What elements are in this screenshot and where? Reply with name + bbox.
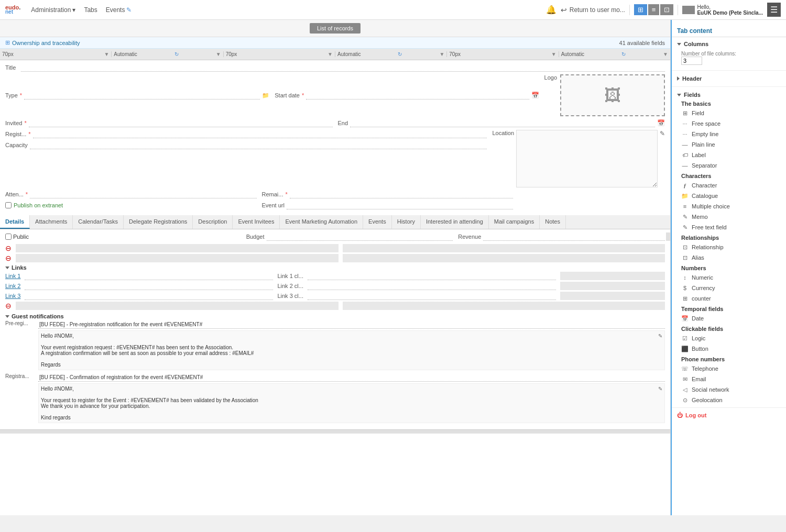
sidebar-geolocation-item[interactable]: ⊙ Geolocation <box>672 395 786 405</box>
sidebar-free-text-item[interactable]: ✎ Free text field <box>672 222 786 232</box>
sidebar-numeric-item[interactable]: ↕ Numeric <box>672 272 786 283</box>
link1-input[interactable] <box>25 272 273 280</box>
budget-input[interactable] <box>267 232 453 241</box>
sidebar-logic-item[interactable]: ☑ Logic <box>672 333 786 343</box>
start-date-input[interactable] <box>306 91 529 99</box>
sidebar-separator-item[interactable]: — Separator <box>672 160 786 171</box>
grid-view-button[interactable]: ⊞ <box>634 4 647 15</box>
tab-delegate-registrations[interactable]: Delegate Registrations <box>124 215 193 229</box>
link3-input[interactable] <box>25 292 273 300</box>
sidebar-header-header[interactable]: Header <box>672 74 786 83</box>
ownership-link[interactable]: ⊞ Ownership and traceability <box>5 39 80 46</box>
return-button[interactable]: ↩ Return to user mo... <box>561 6 625 14</box>
revenue-input[interactable] <box>483 232 665 241</box>
pre-regi-edit-icon[interactable]: ✎ <box>658 333 662 339</box>
sidebar-memo-item[interactable]: ✎ Memo <box>672 212 786 222</box>
free-text-icon: ✎ <box>681 224 689 231</box>
tab-details[interactable]: Details <box>0 215 30 229</box>
sidebar-date-item[interactable]: 📅 Date <box>672 313 786 324</box>
sidebar-counter-item[interactable]: ⊞ counter <box>672 293 786 304</box>
capacity-input[interactable] <box>30 141 487 149</box>
registra-edit-icon[interactable]: ✎ <box>658 386 662 392</box>
sidebar-relationship-item[interactable]: ⊡ Relationship <box>672 242 786 252</box>
sidebar-empty-line-item[interactable]: ··· Empty line <box>672 129 786 139</box>
remove-button-3[interactable]: ⊖ <box>5 302 12 310</box>
remai-input[interactable] <box>290 190 513 198</box>
title-input[interactable] <box>21 63 665 72</box>
sidebar-alias-item[interactable]: ⊡ Alias <box>672 252 786 263</box>
link1-class-input[interactable] <box>308 272 556 280</box>
tab-event-invitees[interactable]: Event Invitees <box>233 215 280 229</box>
sidebar-columns-header[interactable]: Columns <box>672 39 786 49</box>
tab-description[interactable]: Description <box>193 215 233 229</box>
tab-notes[interactable]: Notes <box>540 215 566 229</box>
tab-mail-campaigns[interactable]: Mail campaigns <box>489 215 540 229</box>
col6-refresh-icon[interactable]: ↻ <box>621 51 626 57</box>
event-url-input[interactable] <box>287 201 513 209</box>
sidebar-multiple-choice-item[interactable]: ≡ Multiple choice <box>672 201 786 212</box>
tab-interested[interactable]: Interested in attending <box>421 215 489 229</box>
registra-textarea[interactable]: Hello #NOM#, Your request to register fo… <box>38 383 665 423</box>
tab-calendar-tasks[interactable]: Calendar/Tasks <box>73 215 124 229</box>
invited-label: Invited <box>5 120 22 126</box>
notification-bell-icon[interactable]: 🔔 <box>546 5 556 15</box>
link1-link[interactable]: Link 1 <box>5 273 20 279</box>
public-checkbox[interactable] <box>5 234 12 240</box>
ruler-col-2: Automatic ↻ ▼ <box>112 51 223 57</box>
sidebar-email-item[interactable]: ✉ Email <box>672 374 786 384</box>
sidebar-telephone-item[interactable]: ☏ Telephone <box>672 363 786 374</box>
sidebar-character-item[interactable]: ƒ Character <box>672 180 786 191</box>
link2-class-input[interactable] <box>308 282 556 290</box>
tab-events[interactable]: Events <box>363 215 392 229</box>
start-date-cal-icon[interactable]: 📅 <box>531 92 539 99</box>
link2-input[interactable] <box>25 282 273 290</box>
memo-icon: ✎ <box>681 213 689 220</box>
sidebar-fields-header[interactable]: Fields <box>672 90 786 99</box>
logout-button[interactable]: ⏻ Log out <box>677 412 781 418</box>
sidebar-button-item[interactable]: ⬛ Button <box>672 343 786 354</box>
tabs-nav[interactable]: Tabs <box>84 6 97 14</box>
guest-notif-header[interactable]: Guest notifications <box>5 313 665 319</box>
list-records-button[interactable]: List of records <box>310 23 361 34</box>
horizontal-scrollbar[interactable] <box>0 429 670 434</box>
events-nav[interactable]: Events ✎ <box>106 6 132 14</box>
pre-regi-textarea[interactable]: Hello #NOM#, Your event registration req… <box>38 330 665 370</box>
tab-history[interactable]: History <box>392 215 421 229</box>
publish-checkbox[interactable] <box>5 202 12 208</box>
sidebar-currency-item[interactable]: $ Currency <box>672 283 786 293</box>
col2-refresh-icon[interactable]: ↻ <box>174 51 179 57</box>
sidebar-catalogue-item[interactable]: 📁 Catalogue <box>672 191 786 201</box>
col4-refresh-icon[interactable]: ↻ <box>398 51 402 57</box>
admin-nav[interactable]: Administration ▾ <box>31 6 75 14</box>
end-input[interactable] <box>350 119 655 127</box>
hamburger-menu-icon[interactable]: ☰ <box>767 3 781 17</box>
type-input[interactable] <box>24 91 260 99</box>
multiple-choice-icon: ≡ <box>681 203 689 210</box>
revenue-field: Revenue <box>458 232 665 241</box>
tab-event-marketing[interactable]: Event Marketing Automation <box>280 215 363 229</box>
invited-input[interactable] <box>29 119 333 127</box>
list-view-button[interactable]: ≡ <box>648 4 660 15</box>
sidebar-label-item[interactable]: 🏷 Label <box>672 150 786 160</box>
atten-input[interactable] <box>30 190 256 198</box>
remove-button-2[interactable]: ⊖ <box>5 254 12 262</box>
links-section-header[interactable]: Links <box>5 264 665 271</box>
location-textarea[interactable] <box>516 130 658 187</box>
tab-attachments[interactable]: Attachments <box>30 215 73 229</box>
link2-link[interactable]: Link 2 <box>5 283 20 289</box>
location-edit-icon[interactable]: ✎ <box>660 130 665 137</box>
remove-button-1[interactable]: ⊖ <box>5 244 12 252</box>
link3-link[interactable]: Link 3 <box>5 293 20 299</box>
sidebar-social-item[interactable]: ◁ Social network <box>672 384 786 395</box>
col3-arrow-icon: ▼ <box>328 51 333 57</box>
sidebar-plain-line-item[interactable]: — Plain line <box>672 139 786 150</box>
end-cal-icon[interactable]: 📅 <box>657 119 665 127</box>
location-label: Location <box>492 130 514 136</box>
sidebar-free-space-item[interactable]: ··· Free space <box>672 118 786 129</box>
columns-number-input[interactable] <box>681 57 702 65</box>
card-view-button[interactable]: ⊡ <box>660 4 673 15</box>
link3-class-input[interactable] <box>308 292 556 300</box>
sidebar-field-item[interactable]: ⊞ Field <box>672 108 786 118</box>
logo-placeholder[interactable]: 🖼 <box>560 74 665 116</box>
regist-input[interactable] <box>33 130 487 138</box>
